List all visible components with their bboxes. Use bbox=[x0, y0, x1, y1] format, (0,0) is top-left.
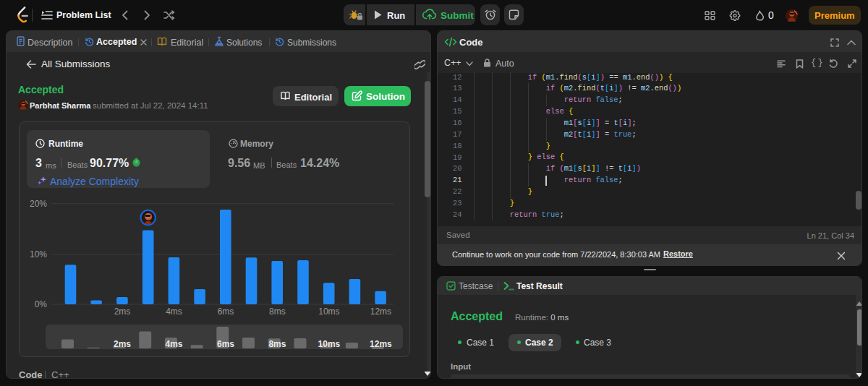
svg-text:10%: 10% bbox=[30, 249, 47, 260]
svg-text:6ms: 6ms bbox=[217, 339, 234, 349]
svg-text:6ms: 6ms bbox=[218, 306, 234, 317]
svg-text:20%: 20% bbox=[30, 199, 47, 209]
svg-text:4ms: 4ms bbox=[166, 306, 182, 317]
svg-text:10ms: 10ms bbox=[318, 339, 341, 349]
svg-text:2ms: 2ms bbox=[114, 306, 131, 317]
svg-text:10ms: 10ms bbox=[318, 306, 339, 317]
svg-text:12ms: 12ms bbox=[370, 306, 391, 317]
svg-text:8ms: 8ms bbox=[269, 306, 286, 317]
svg-text:4ms: 4ms bbox=[165, 339, 182, 349]
svg-text:8ms: 8ms bbox=[268, 339, 286, 349]
svg-text:2ms: 2ms bbox=[114, 339, 131, 349]
svg-text:12ms: 12ms bbox=[370, 339, 392, 349]
svg-text:0%: 0% bbox=[35, 299, 48, 309]
